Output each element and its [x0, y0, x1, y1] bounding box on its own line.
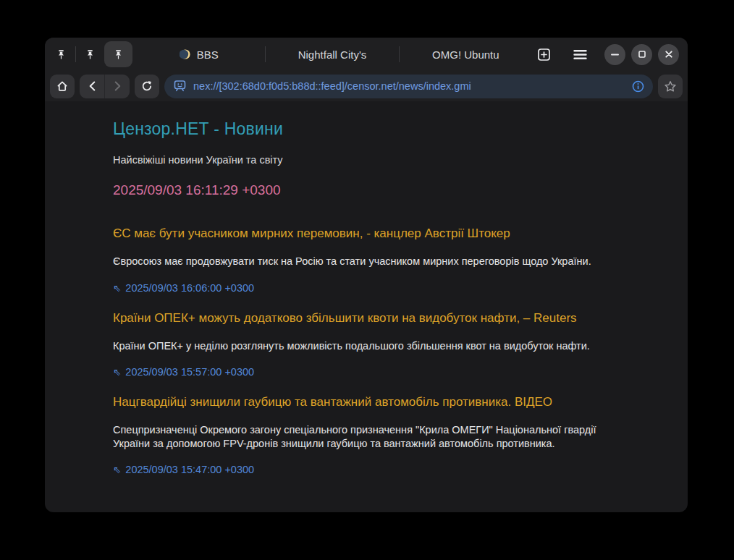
news-item-body: Спецпризначенці Окремого загону спеціаль…	[113, 423, 604, 450]
tab-label: OMG! Ubuntu	[432, 48, 499, 61]
tabbar-controls	[532, 43, 688, 66]
home-icon	[56, 80, 69, 93]
menu-button[interactable]	[568, 43, 591, 66]
tab-omg-ubuntu[interactable]: OMG! Ubuntu	[400, 38, 532, 71]
minimize-icon	[611, 54, 619, 56]
tab-nightfall-citys[interactable]: Nightfall City's	[266, 38, 398, 71]
tab-label: BBS	[197, 48, 219, 61]
maximize-icon	[638, 51, 646, 58]
bookmark-button[interactable]	[658, 75, 683, 98]
pinned-tab-2[interactable]	[76, 41, 104, 67]
timestamp-text: 2025/09/03 15:47:00 +0300	[125, 464, 254, 475]
news-item-timestamp-link[interactable]: ⇖2025/09/03 15:47:00 +0300	[113, 464, 254, 475]
maximize-button[interactable]	[631, 44, 652, 65]
news-item-body: Країни ОПЕК+ у неділю розглянуть можливі…	[113, 339, 604, 353]
news-item-timestamp-link[interactable]: ⇖2025/09/03 16:06:00 +0300	[113, 282, 254, 294]
crescent-moon-favicon-icon	[180, 48, 191, 60]
forward-chevron-icon	[114, 81, 121, 91]
page-subtitle: Найсвіжіші новини України та світу	[113, 154, 656, 166]
northwest-arrow-icon: ⇖	[113, 367, 121, 378]
back-button[interactable]	[80, 75, 104, 98]
new-tab-plus-icon	[537, 48, 551, 61]
feed-updated-heading: 2025/09/03 16:11:29 +0300	[113, 182, 656, 198]
window-controls	[604, 44, 679, 65]
close-icon	[665, 51, 672, 58]
browser-window: BBS Nightfall City's OMG! Ubuntu	[45, 38, 688, 512]
page-info-icon[interactable]	[632, 80, 644, 93]
pushpin-icon	[113, 49, 124, 60]
pinned-tabs	[45, 38, 132, 71]
news-item-body: Євросоюз має продовжувати тиск на Росію …	[113, 255, 604, 268]
hamburger-icon	[573, 49, 587, 60]
history-button-group	[80, 75, 130, 98]
news-item-timestamp-link[interactable]: ⇖2025/09/03 15:57:00 +0300	[113, 366, 254, 378]
star-icon	[664, 80, 677, 93]
tab-label: Nightfall City's	[298, 48, 367, 61]
timestamp-text: 2025/09/03 15:57:00 +0300	[125, 366, 254, 378]
timestamp-text: 2025/09/03 16:06:00 +0300	[125, 282, 254, 294]
pushpin-icon	[56, 49, 67, 60]
northwest-arrow-icon: ⇖	[113, 283, 121, 294]
northwest-arrow-icon: ⇖	[113, 464, 121, 475]
pushpin-icon	[85, 49, 96, 60]
tab-bbs[interactable]: BBS	[132, 38, 265, 71]
news-item-title: ЄС має бути учасником мирних перемовин, …	[113, 226, 656, 241]
close-button[interactable]	[658, 44, 679, 65]
page-content: Цензор.НЕТ - Новини Найсвіжіші новини Ук…	[45, 101, 688, 476]
news-item-title: Країни ОПЕК+ можуть додатково збільшити …	[113, 311, 656, 326]
retro-computer-icon	[173, 80, 187, 93]
reload-icon	[140, 80, 153, 93]
minimize-button[interactable]	[604, 44, 625, 65]
tab-bar: BBS Nightfall City's OMG! Ubuntu	[45, 38, 688, 71]
forward-button-disabled[interactable]	[105, 75, 130, 98]
back-chevron-icon	[89, 81, 96, 91]
page-title: Цензор.НЕТ - Новини	[113, 119, 656, 139]
pinned-tab-3-selected[interactable]	[104, 41, 132, 67]
url-bar[interactable]: nex://[302:68d0:f0d5:b88d::feed]/censor.…	[164, 75, 653, 98]
news-item-title: Нацгвардійці знищили гаубицю та вантажни…	[113, 395, 656, 410]
pinned-tab-1[interactable]	[47, 41, 75, 67]
new-tab-button[interactable]	[532, 43, 555, 66]
home-button[interactable]	[50, 75, 75, 98]
navigation-bar: nex://[302:68d0:f0d5:b88d::feed]/censor.…	[45, 71, 688, 101]
reload-button[interactable]	[135, 75, 159, 98]
url-text: nex://[302:68d0:f0d5:b88d::feed]/censor.…	[193, 80, 625, 92]
